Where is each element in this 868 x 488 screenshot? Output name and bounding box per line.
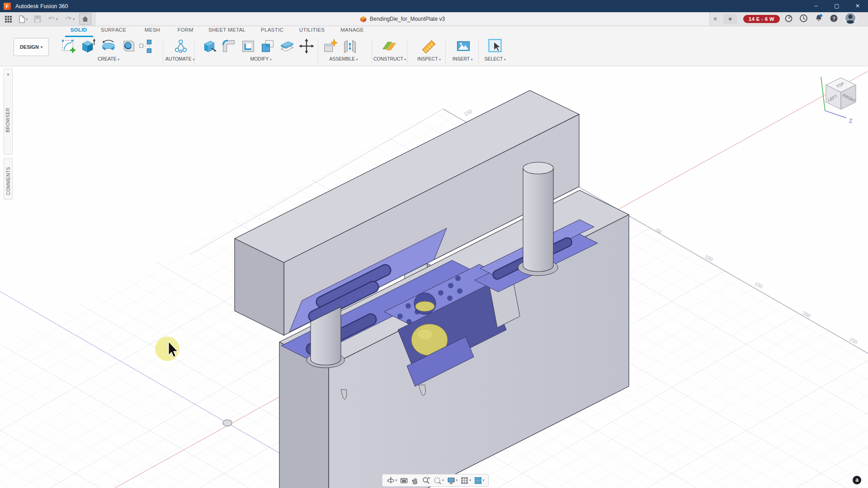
- tab-plastic[interactable]: PLASTIC: [252, 27, 292, 36]
- z-axis-label: Z: [849, 118, 852, 124]
- chevron-down-icon: ▾: [356, 58, 358, 61]
- ribbon-toolbar: DESIGN ▾ SOLID SURFACE MESH FORM SHEET M…: [0, 26, 868, 66]
- title-bar: F Autodesk Fusion 360 – ▢ ✕: [0, 0, 868, 12]
- maximize-button[interactable]: ▢: [826, 0, 847, 12]
- browser-panel-tab[interactable]: » BROWSER: [4, 69, 13, 155]
- autodesk-badge: a: [853, 476, 861, 484]
- fusion-logo-icon: F: [4, 3, 11, 10]
- document-tab-label: BendingDie_for_MountPlate v3: [370, 16, 445, 22]
- guide-post-right[interactable]: [518, 162, 558, 276]
- expand-panel-icon[interactable]: »: [7, 72, 9, 77]
- grid-snaps-icon[interactable]: ▾: [459, 476, 472, 485]
- minimize-button[interactable]: –: [806, 0, 826, 12]
- view-navigation-bar: ▾ ▾ ▾ ▾ ▾: [382, 474, 489, 487]
- look-at-icon[interactable]: [399, 476, 409, 485]
- tab-form[interactable]: FORM: [170, 27, 201, 36]
- window-zoom-icon[interactable]: ▾: [432, 476, 445, 485]
- group-label-create[interactable]: CREATE ▾: [86, 56, 131, 62]
- chevron-down-icon: ▾: [270, 58, 272, 61]
- profile-avatar[interactable]: [844, 12, 856, 26]
- press-pull-icon[interactable]: [201, 38, 217, 54]
- group-label-assemble[interactable]: ASSEMBLE ▾: [321, 56, 366, 62]
- svg-text:250: 250: [849, 336, 859, 345]
- window-title: Autodesk Fusion 360: [15, 3, 68, 9]
- pattern-icon[interactable]: [137, 38, 154, 54]
- revolve-icon[interactable]: [100, 38, 117, 54]
- pan-icon[interactable]: [410, 476, 420, 485]
- tab-sheet-metal[interactable]: SHEET METAL: [203, 27, 251, 36]
- chevron-down-icon: ▾: [405, 58, 406, 61]
- group-separator: [318, 39, 318, 64]
- redo-icon[interactable]: ▾: [62, 13, 76, 25]
- help-icon[interactable]: ?: [830, 14, 838, 24]
- design-cube-icon: [360, 16, 367, 23]
- comments-label: COMMENTS: [6, 167, 11, 195]
- measure-icon[interactable]: [421, 38, 437, 54]
- view-cube[interactable]: TOP LEFT FRONT Z: [821, 77, 857, 124]
- group-label-modify[interactable]: MODIFY ▾: [238, 56, 283, 62]
- punch-pin-top: [415, 301, 434, 311]
- create-sketch-icon[interactable]: [61, 38, 77, 54]
- model-viewport[interactable]: 150 200 50 100 150 200 250: [0, 66, 868, 488]
- svg-text:?: ?: [832, 15, 835, 21]
- fillet-icon[interactable]: [221, 38, 237, 54]
- close-tab-icon[interactable]: ✕: [710, 16, 721, 22]
- extrude-icon[interactable]: [80, 38, 97, 54]
- insert-canvas-icon[interactable]: [455, 38, 472, 54]
- active-tab-underline: [65, 36, 93, 37]
- file-menu-icon[interactable]: ▾: [17, 13, 29, 25]
- move-icon[interactable]: [298, 38, 315, 54]
- notifications-bell-icon[interactable]: [814, 14, 823, 24]
- tab-mesh[interactable]: MESH: [137, 27, 168, 36]
- comments-panel-tab[interactable]: COMMENTS: [4, 158, 13, 200]
- extensions-icon[interactable]: [784, 14, 793, 24]
- group-label-select[interactable]: SELECT ▾: [472, 56, 518, 62]
- chevron-down-icon: ▾: [193, 58, 194, 61]
- select-icon[interactable]: [487, 38, 504, 54]
- tab-surface[interactable]: SURFACE: [98, 27, 129, 36]
- tab-manage[interactable]: MANAGE: [332, 27, 372, 36]
- svg-text:150: 150: [463, 108, 473, 117]
- joint-icon[interactable]: [342, 38, 358, 54]
- z-axis-indicator: [825, 111, 846, 118]
- undo-icon[interactable]: ▾: [46, 13, 60, 25]
- shell-icon[interactable]: [240, 38, 256, 54]
- tab-solid[interactable]: SOLID: [63, 27, 94, 36]
- chevron-down-icon: ▾: [41, 45, 42, 49]
- workspace-selector[interactable]: DESIGN ▾: [14, 38, 49, 56]
- browser-label: BROWSER: [6, 108, 11, 132]
- construct-plane-icon[interactable]: [381, 38, 397, 54]
- document-tab-bar: ▾ ▾ ▾ BendingDie_for_MountPlate v3 ✕ + 1…: [0, 12, 868, 26]
- save-icon[interactable]: [32, 13, 43, 25]
- hole-icon[interactable]: [120, 38, 136, 54]
- chevron-down-icon: ▾: [118, 58, 120, 61]
- offset-face-icon[interactable]: [279, 38, 295, 54]
- home-icon[interactable]: [79, 13, 91, 25]
- group-label-automate[interactable]: AUTOMATE ▾: [157, 56, 203, 62]
- document-tab[interactable]: BendingDie_for_MountPlate v3: [95, 12, 710, 26]
- combine-icon[interactable]: [259, 38, 276, 54]
- viewports-icon[interactable]: ▾: [473, 476, 486, 485]
- zoom-icon[interactable]: [421, 476, 431, 485]
- orbit-icon[interactable]: ▾: [386, 476, 398, 485]
- automate-icon[interactable]: [173, 38, 189, 54]
- y-axis-indicator: [821, 77, 825, 111]
- new-tab-button[interactable]: +: [723, 14, 737, 24]
- origin-marker[interactable]: [223, 420, 232, 426]
- cursor-highlight: [155, 337, 179, 361]
- live-review-badge[interactable]: 14 E - 6 W: [743, 15, 780, 23]
- chevron-down-icon: ▾: [504, 58, 506, 61]
- data-panel-grid-icon[interactable]: [3, 13, 14, 25]
- new-component-icon[interactable]: [322, 38, 338, 54]
- close-button[interactable]: ✕: [847, 0, 868, 12]
- tab-utilities[interactable]: UTILITIES: [292, 27, 332, 36]
- job-status-icon[interactable]: [799, 14, 808, 24]
- group-label-construct[interactable]: CONSTRUCT ▾: [367, 56, 412, 62]
- display-settings-icon[interactable]: ▾: [446, 476, 459, 485]
